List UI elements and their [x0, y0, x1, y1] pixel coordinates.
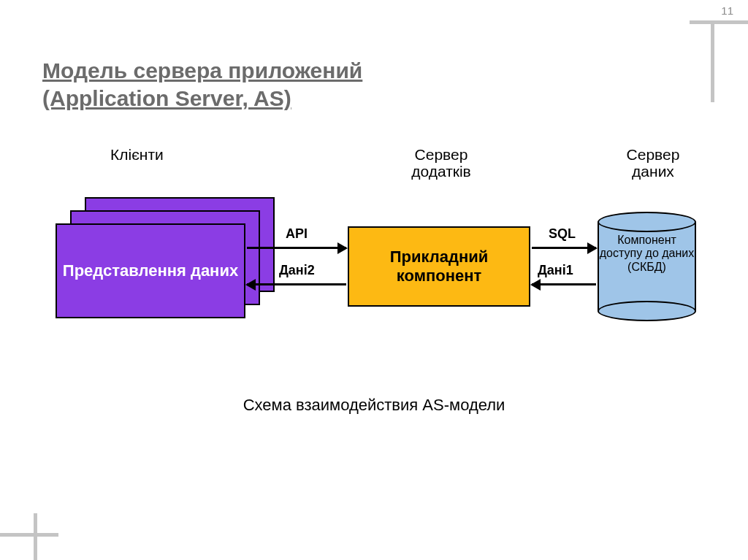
decoration-stripe	[0, 533, 58, 537]
page-number: 11	[721, 4, 733, 17]
client-box-front: Представлення даних	[56, 223, 245, 318]
db-cylinder-text: Компонент доступу до даних (СКБД)	[598, 234, 696, 274]
title-line-1: Модель сервера приложений	[42, 58, 362, 83]
label-db-server: Сервер даних	[617, 146, 690, 180]
arrow-label-dani1: Дані1	[538, 263, 573, 278]
arrow-label-api: API	[286, 226, 308, 242]
arrow-api	[247, 247, 346, 249]
db-cylinder-top	[598, 212, 696, 232]
db-cylinder-bottom	[598, 301, 696, 321]
arrow-dani1	[532, 283, 596, 285]
decoration-stripe	[711, 20, 714, 102]
label-app-server: Сервер додатків	[397, 146, 485, 180]
slide-title: Модель сервера приложений (Application S…	[42, 57, 362, 112]
decoration-stripe	[34, 513, 37, 560]
diagram-caption: Схема взаимодействия AS-модели	[0, 396, 748, 415]
diagram: Клієнти Сервер додатків Сервер даних Пре…	[41, 146, 706, 365]
client-stack: Представлення даних	[56, 197, 275, 321]
arrow-sql	[532, 247, 596, 249]
decoration-stripe	[690, 20, 748, 24]
db-cylinder: Компонент доступу до даних (СКБД)	[598, 212, 696, 321]
title-line-2: (Application Server, AS)	[42, 86, 291, 110]
label-clients: Клієнти	[110, 146, 164, 164]
app-component-box: Прикладний компонент	[348, 226, 530, 307]
arrow-dani2	[247, 283, 346, 285]
arrow-label-sql: SQL	[549, 226, 576, 242]
slide: 11 Модель сервера приложений (Applicatio…	[0, 0, 748, 560]
arrow-label-dani2: Дані2	[279, 263, 315, 278]
